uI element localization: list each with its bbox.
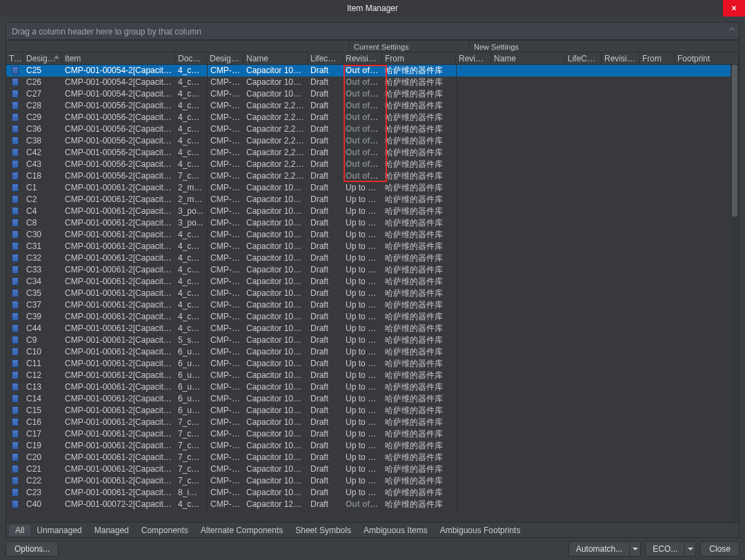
filter-tab-alternate-components[interactable]: Alternate Components <box>195 525 289 536</box>
cell-rev2 <box>602 252 639 264</box>
table-row[interactable]: C43CMP-001-00056-2[Capacitor 2,2µF ...4_… <box>6 159 739 170</box>
table-row[interactable]: C44CMP-001-00061-2[Capacitor 100nF...4_c… <box>6 323 739 334</box>
cell-rhrid <box>456 159 491 170</box>
cell-from2 <box>639 276 675 288</box>
column-header-life2[interactable]: LifeCycle S... <box>565 52 602 64</box>
cell-rhrid <box>456 452 491 463</box>
table-row[interactable]: C32CMP-001-00061-2[Capacitor 100nF...4_c… <box>6 252 739 264</box>
table-row[interactable]: C14CMP-001-00061-2[Capacitor 100nF...6_u… <box>6 393 739 405</box>
column-headers[interactable]: TypeDesignatorItemDocu...Design It...Nam… <box>6 52 739 65</box>
scrollbar-thumb[interactable] <box>732 65 737 217</box>
table-row[interactable]: C30CMP-001-00061-2[Capacitor 100nF...4_c… <box>6 229 739 241</box>
table-row[interactable]: C22CMP-001-00061-2[Capacitor 100nF...7_c… <box>6 475 739 487</box>
cell-desig: C10 <box>23 346 62 358</box>
close-button[interactable]: × <box>723 0 745 17</box>
cell-rhrid <box>456 147 491 159</box>
filter-tab-components[interactable]: Components <box>135 525 195 536</box>
cell-desig: C40 <box>23 499 62 510</box>
table-row[interactable]: C38CMP-001-00056-2[Capacitor 2,2µF ...4_… <box>6 135 739 147</box>
cell-rev: Up to date <box>343 346 382 358</box>
cell-foot <box>675 428 739 440</box>
column-header-ditem[interactable]: Design It... <box>207 52 244 64</box>
column-header-from2[interactable]: From <box>639 52 675 64</box>
table-row[interactable]: C40CMP-001-00072-2[Capacitor 12pF ...4_c… <box>6 499 739 510</box>
table-row[interactable]: C21CMP-001-00061-2[Capacitor 100nF...7_c… <box>6 463 739 475</box>
cell-rev2 <box>602 405 639 417</box>
table-row[interactable]: C13CMP-001-00061-2[Capacitor 100nF...6_u… <box>6 381 739 393</box>
column-header-rev2[interactable]: Revision St... <box>602 52 639 64</box>
table-row[interactable]: C18CMP-001-00056-2[Capacitor 2,2µF ...7_… <box>6 170 739 182</box>
cell-rev2 <box>602 241 639 252</box>
automatch-button[interactable]: Automatch... <box>568 541 641 557</box>
column-header-rev[interactable]: Revision S... <box>343 52 382 64</box>
close-dialog-button[interactable]: Close <box>700 541 739 557</box>
table-row[interactable]: C33CMP-001-00061-2[Capacitor 100nF...4_c… <box>6 264 739 276</box>
filter-tab-managed[interactable]: Managed <box>88 525 135 536</box>
table-row[interactable]: C31CMP-001-00061-2[Capacitor 100nF...4_c… <box>6 241 739 252</box>
table-row[interactable]: C37CMP-001-00061-2[Capacitor 100nF...4_c… <box>6 299 739 311</box>
cell-life: Draft <box>308 288 343 299</box>
table-row[interactable]: C1CMP-001-00061-2[Capacitor 100nF...2_mb… <box>6 182 739 194</box>
column-header-name2[interactable]: Name <box>491 52 565 64</box>
table-row[interactable]: C4CMP-001-00061-2[Capacitor 100nF...3_po… <box>6 206 739 217</box>
automatch-dropdown-icon[interactable] <box>629 542 640 556</box>
column-header-desig[interactable]: Designator <box>23 52 62 64</box>
cell-life2 <box>565 346 602 358</box>
table-row[interactable]: C27CMP-001-00054-2[Capacitor 100µF...4_c… <box>6 88 739 100</box>
table-row[interactable]: C17CMP-001-00061-2[Capacitor 100nF...7_c… <box>6 428 739 440</box>
table-row[interactable]: C15CMP-001-00061-2[Capacitor 100nF...6_u… <box>6 405 739 417</box>
group-by-header-bar[interactable]: Drag a column header here to group by th… <box>6 22 739 40</box>
table-row[interactable]: C36CMP-001-00056-2[Capacitor 2,2µF ...4_… <box>6 123 739 135</box>
cell-name2 <box>491 182 565 194</box>
cell-type <box>6 100 23 112</box>
component-icon <box>12 500 19 508</box>
cell-name1: Capacitor 100nF ... <box>244 299 308 311</box>
table-row[interactable]: C20CMP-001-00061-2[Capacitor 100nF...7_c… <box>6 452 739 463</box>
table-row[interactable]: C19CMP-001-00061-2[Capacitor 100nF...7_c… <box>6 440 739 452</box>
options-button[interactable]: Options... <box>6 541 59 557</box>
filter-tabs[interactable]: AllUnmanagedManagedComponentsAlternate C… <box>6 523 739 538</box>
column-header-foot[interactable]: Footprint <box>675 52 739 64</box>
table-row[interactable]: C25CMP-001-00054-2[Capacitor 100µF...4_c… <box>6 65 739 77</box>
table-row[interactable]: C16CMP-001-00061-2[Capacitor 100nF...7_c… <box>6 417 739 428</box>
cell-ditem: CMP-001... <box>207 428 244 440</box>
column-header-docu[interactable]: Docu... <box>175 52 207 64</box>
filter-tab-all[interactable]: All <box>9 525 30 536</box>
table-row[interactable]: C10CMP-001-00061-2[Capacitor 100nF...6_u… <box>6 346 739 358</box>
cell-name2 <box>491 463 565 475</box>
filter-tab-sheet-symbols[interactable]: Sheet Symbols <box>289 525 357 536</box>
table-row[interactable]: C42CMP-001-00056-2[Capacitor 2,2µF ...4_… <box>6 147 739 159</box>
column-header-name1[interactable]: Name <box>244 52 308 64</box>
eco-dropdown-icon[interactable] <box>684 542 695 556</box>
table-row[interactable]: C26CMP-001-00054-2[Capacitor 100µF...4_c… <box>6 77 739 88</box>
cell-life: Draft <box>308 241 343 252</box>
table-row[interactable]: C35CMP-001-00061-2[Capacitor 100nF...4_c… <box>6 288 739 299</box>
table-row[interactable]: C8CMP-001-00061-2[Capacitor 100nF...3_po… <box>6 217 739 229</box>
filter-tab-ambiguous-items[interactable]: Ambiguous Items <box>357 525 434 536</box>
component-icon <box>12 371 19 379</box>
table-row[interactable]: C23CMP-001-00061-2[Capacitor 100nF...8_i… <box>6 487 739 499</box>
grid-body[interactable]: C25CMP-001-00054-2[Capacitor 100µF...4_c… <box>6 65 739 522</box>
cell-ditem: CMP-001... <box>207 170 244 182</box>
table-row[interactable]: C39CMP-001-00061-2[Capacitor 100nF...4_c… <box>6 311 739 323</box>
table-row[interactable]: C34CMP-001-00061-2[Capacitor 100nF...4_c… <box>6 276 739 288</box>
cell-type <box>6 264 23 276</box>
filter-tab-unmanaged[interactable]: Unmanaged <box>30 525 88 536</box>
eco-button[interactable]: ECO... <box>645 541 696 557</box>
filter-tab-ambiguous-footprints[interactable]: Ambiguous Footprints <box>434 525 527 536</box>
column-header-from1[interactable]: From <box>382 52 456 64</box>
table-row[interactable]: C28CMP-001-00056-2[Capacitor 2,2µF ...4_… <box>6 100 739 112</box>
column-header-item[interactable]: Item <box>62 52 175 64</box>
cell-life2 <box>565 65 602 77</box>
column-header-life[interactable]: Lifecycle St... <box>308 52 343 64</box>
column-header-type[interactable]: Type <box>6 52 23 64</box>
table-row[interactable]: C11CMP-001-00061-2[Capacitor 100nF...6_u… <box>6 358 739 370</box>
table-row[interactable]: C12CMP-001-00061-2[Capacitor 100nF...6_u… <box>6 370 739 381</box>
table-row[interactable]: C9CMP-001-00061-2[Capacitor 100nF...5_sp… <box>6 334 739 346</box>
table-row[interactable]: C2CMP-001-00061-2[Capacitor 100nF...2_mb… <box>6 194 739 206</box>
cell-name1: Capacitor 100µF ... <box>244 65 308 77</box>
table-row[interactable]: C29CMP-001-00056-2[Capacitor 2,2µF ...4_… <box>6 112 739 123</box>
cell-name2 <box>491 381 565 393</box>
column-header-rhrid[interactable]: Revision HRID <box>456 52 491 64</box>
vertical-scrollbar[interactable] <box>731 65 739 522</box>
